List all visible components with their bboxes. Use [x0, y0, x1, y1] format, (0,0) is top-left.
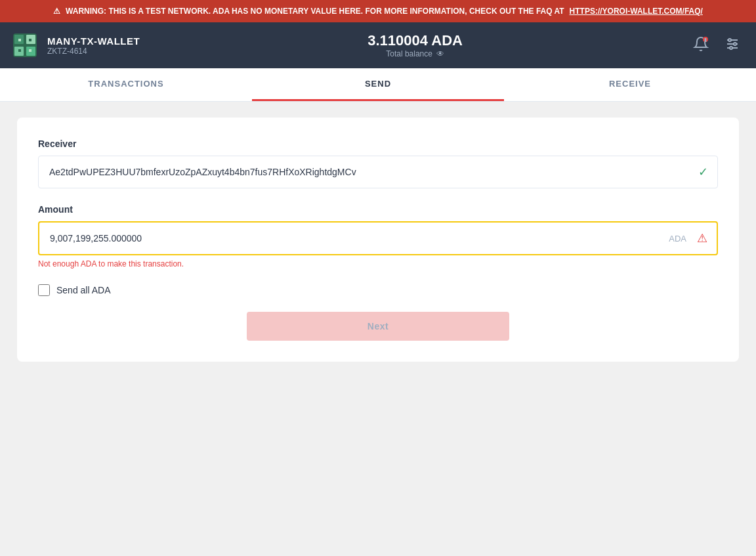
toggle-balance-visibility-icon[interactable]: 👁: [436, 49, 444, 58]
ada-currency-label: ADA: [669, 234, 686, 244]
settings-button[interactable]: [722, 33, 743, 58]
tab-send[interactable]: SEND: [252, 68, 504, 101]
notifications-button[interactable]: !: [690, 33, 711, 58]
wallet-name: MANY-TX-WALLET: [47, 35, 140, 47]
tab-receive[interactable]: RECEIVE: [504, 68, 756, 101]
svg-point-15: [734, 43, 736, 45]
checkmark-icon: ✓: [698, 165, 708, 179]
receiver-input-wrapper: ✓: [38, 156, 718, 188]
amount-input[interactable]: [39, 223, 717, 254]
wallet-info: MANY-TX-WALLET ZKTZ-4614: [47, 35, 140, 56]
tab-transactions[interactable]: TRANSACTIONS: [0, 68, 252, 101]
svg-point-14: [728, 39, 731, 41]
warning-link[interactable]: HTTPS://YOROI-WALLET.COM/FAQ/: [570, 7, 703, 16]
amount-error-icon: ⚠: [697, 231, 707, 246]
amount-input-right: ADA ⚠: [669, 231, 707, 246]
svg-rect-8: [29, 49, 32, 52]
amount-error-message: Not enough ADA to make this transaction.: [38, 259, 718, 268]
send-form-card: Receiver ✓ Amount ADA ⚠ Not enough ADA t…: [17, 118, 739, 362]
svg-rect-7: [18, 49, 21, 52]
receiver-label: Receiver: [38, 139, 718, 149]
next-button[interactable]: Next: [247, 312, 509, 341]
amount-input-wrapper: ADA ⚠: [38, 221, 718, 255]
svg-point-16: [730, 47, 732, 49]
send-all-checkbox[interactable]: [38, 284, 50, 296]
svg-rect-6: [29, 39, 32, 41]
warning-triangle-icon: ⚠: [53, 7, 60, 16]
send-all-row: Send all ADA: [38, 284, 718, 296]
balance-section: 3.110004 ADA Total balance 👁: [150, 32, 680, 58]
svg-rect-5: [18, 39, 21, 41]
balance-label: Total balance 👁: [150, 49, 680, 58]
warning-text: WARNING: THIS IS A TEST NETWORK. ADA HAS…: [66, 7, 564, 16]
amount-field-group: Amount ADA ⚠ Not enough ADA to make this…: [38, 204, 718, 268]
header-actions: !: [690, 33, 743, 58]
wallet-id: ZKTZ-4614: [47, 47, 140, 56]
receiver-field-group: Receiver ✓: [38, 139, 718, 188]
wallet-avatar: [13, 33, 37, 57]
receiver-input[interactable]: [39, 156, 717, 188]
header: MANY-TX-WALLET ZKTZ-4614 3.110004 ADA To…: [0, 22, 756, 68]
main-content: Receiver ✓ Amount ADA ⚠ Not enough ADA t…: [0, 102, 756, 377]
svg-text:!: !: [705, 38, 706, 42]
warning-banner: ⚠ WARNING: THIS IS A TEST NETWORK. ADA H…: [0, 0, 756, 22]
receiver-valid-icon: ✓: [698, 165, 708, 179]
balance-amount: 3.110004 ADA: [150, 32, 680, 49]
tabs: TRANSACTIONS SEND RECEIVE: [0, 68, 756, 102]
amount-label: Amount: [38, 204, 718, 215]
send-all-label[interactable]: Send all ADA: [56, 285, 111, 295]
